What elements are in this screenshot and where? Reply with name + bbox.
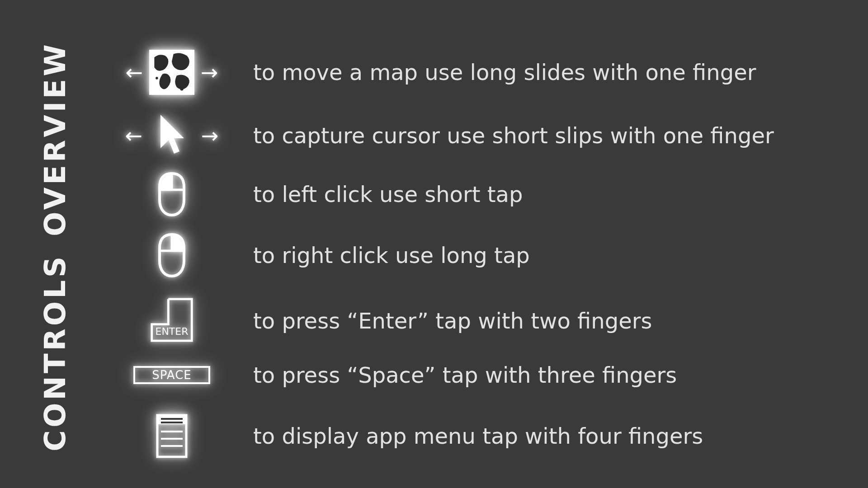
- hint-text: to press “Enter” tap with two fingers: [226, 308, 832, 333]
- arrow-left-icon: ←: [125, 60, 143, 84]
- enter-key-label: ENTER: [156, 326, 189, 337]
- space-key-label: SPACE: [133, 366, 210, 384]
- hint-row-left-click: to left click use short tap: [118, 167, 832, 221]
- mouse-left-click-icon: [118, 167, 226, 221]
- mouse-right-click-icon: [118, 228, 226, 282]
- controls-heading: CONTROLS: [38, 262, 72, 443]
- hint-row-menu: to display app menu tap with four finger…: [118, 409, 832, 463]
- map-pan-icon: ← →: [118, 45, 226, 99]
- arrow-right-icon: →: [201, 123, 219, 148]
- hint-text: to capture cursor use short slips with o…: [226, 123, 832, 148]
- space-key-icon: SPACE: [118, 357, 226, 393]
- overview-heading: OVERVIEW: [38, 49, 72, 230]
- hint-text: to right click use long tap: [226, 243, 832, 268]
- hint-row-cursor: ← → to capture cursor use short slips wi…: [118, 108, 832, 163]
- hint-row-enter: ENTER to press “Enter” tap with two fing…: [118, 289, 832, 352]
- hint-row-map: ← → to move a map use long slides with o…: [118, 45, 832, 99]
- app-menu-icon: [118, 409, 226, 463]
- svg-point-2: [156, 77, 158, 80]
- hint-text: to move a map use long slides with one f…: [226, 60, 832, 85]
- enter-key-icon: ENTER: [118, 289, 226, 352]
- arrow-right-icon: →: [201, 60, 218, 84]
- hint-row-space: SPACE to press “Space” tap with three fi…: [118, 357, 832, 393]
- arrow-left-icon: ←: [125, 123, 142, 148]
- hint-text: to left click use short tap: [226, 182, 832, 207]
- svg-point-1: [180, 87, 183, 90]
- globe-icon: [149, 50, 194, 95]
- cursor-icon: [156, 113, 188, 158]
- hint-text: to press “Space” tap with three fingers: [226, 362, 832, 388]
- controls-overview-panel: OVERVIEW CONTROLS ← →: [0, 0, 868, 488]
- hint-row-right-click: to right click use long tap: [118, 228, 832, 282]
- cursor-move-icon: ← →: [118, 108, 226, 163]
- hint-text: to display app menu tap with four finger…: [226, 423, 832, 449]
